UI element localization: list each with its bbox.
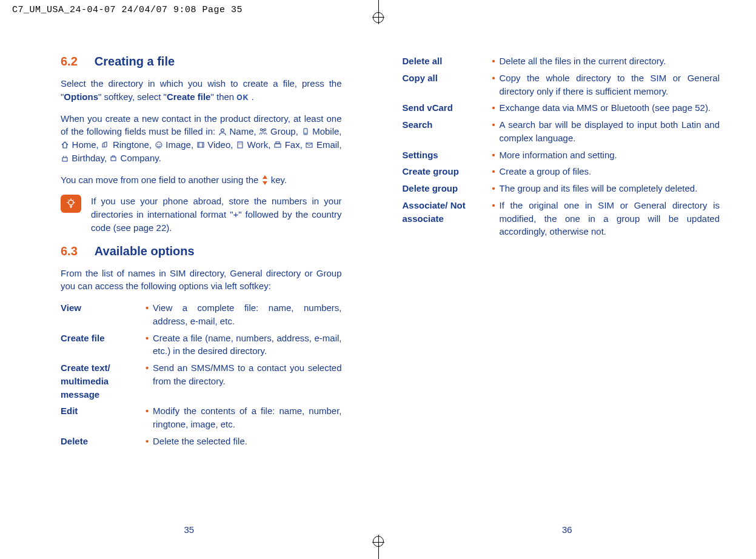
option-row: Search A search bar will be displayed to… — [403, 118, 720, 145]
page-number: 35 — [0, 524, 378, 535]
paragraph-fields: When you create a new contact in the pro… — [61, 112, 342, 165]
option-desc: Modify the contents of a file: name, num… — [146, 404, 342, 431]
section-title: Creating a file — [95, 55, 175, 68]
birthday-icon — [61, 152, 69, 159]
ringtone-icon — [101, 139, 110, 146]
svg-line-30 — [68, 199, 69, 200]
field-name: Image, — [166, 139, 193, 150]
page-36: Delete all Delete all the files in the c… — [378, 49, 757, 529]
ok-key-icon: OK — [236, 93, 249, 102]
option-desc: Create a file (name, numbers, address, e… — [146, 332, 342, 358]
tip-block: If you use your phone abroad, store the … — [61, 195, 342, 234]
option-desc: Delete all the files in the current dire… — [492, 55, 720, 68]
tip-text: If you use your phone abroad, store the … — [91, 195, 342, 234]
email-icon — [305, 139, 313, 146]
option-desc: Create a group of files. — [492, 165, 720, 178]
page-35: 6.2Creating a file Select the directory … — [0, 49, 378, 529]
option-desc: Delete the selected file. — [146, 435, 342, 448]
option-label: Send vCard — [403, 101, 492, 115]
option-row: Delete Delete the selected file. — [61, 435, 342, 448]
home-icon — [61, 139, 69, 146]
option-label: Create group — [403, 165, 492, 178]
option-desc: More information and setting. — [492, 149, 720, 162]
option-label: Create text/ multimedia message — [61, 361, 146, 401]
group-icon — [259, 126, 267, 133]
option-desc: Exchange data via MMS or Bluetooth (see … — [492, 101, 720, 115]
field-name: Company. — [121, 153, 161, 163]
registration-mark-bottom — [366, 535, 390, 559]
option-row: Create group Create a group of files. — [403, 165, 720, 178]
option-label: Delete group — [403, 182, 492, 195]
company-icon — [109, 152, 118, 159]
section-heading-6-2: 6.2Creating a file — [61, 55, 342, 69]
option-desc: Copy the whole directory to the SIM or G… — [492, 72, 720, 98]
crop-mark-info: C7_UM_USA_24-04-07 24/04/07 9:08 Page 35 — [12, 5, 243, 15]
option-row: View View a complete file: name, numbers… — [61, 301, 342, 328]
section-title: Available options — [95, 244, 195, 258]
field-name: Group, — [270, 126, 298, 136]
text-bold: Options — [64, 92, 98, 102]
svg-rect-17 — [275, 144, 281, 147]
text: When you create a new contact in the pro… — [61, 113, 342, 137]
text: " softkey, select " — [98, 92, 167, 102]
field-name: Ringtone, — [113, 139, 152, 150]
field-name: Birthday, — [72, 153, 107, 163]
svg-rect-12 — [238, 142, 243, 148]
svg-point-6 — [156, 142, 162, 148]
text: " then — [210, 92, 236, 102]
field-name: Fax, — [285, 139, 303, 150]
option-label: Search — [403, 118, 492, 145]
svg-rect-23 — [111, 157, 116, 161]
option-row: Associate/ Not associate If the original… — [403, 199, 720, 238]
mobile-icon — [301, 126, 310, 133]
option-row: Settings More information and setting. — [403, 149, 720, 162]
option-row: Delete group The group and its files wil… — [403, 182, 720, 195]
field-name: Mobile, — [312, 126, 341, 136]
option-row: Edit Modify the contents of a file: name… — [61, 404, 342, 431]
field-name: Video, — [207, 139, 233, 150]
option-label: Delete — [61, 435, 146, 448]
section-number: 6.2 — [61, 55, 78, 68]
nav-key-icon — [261, 175, 269, 185]
field-name: Work, — [247, 139, 271, 150]
svg-point-8 — [159, 144, 161, 145]
paragraph-create-file: Select the directory in which you wish t… — [61, 77, 342, 104]
person-icon — [218, 126, 227, 133]
option-desc: View a complete file: name, numbers, add… — [146, 301, 342, 328]
page-spread: 6.2Creating a file Select the directory … — [0, 49, 756, 529]
lightbulb-icon — [61, 195, 81, 213]
field-name: Name, — [229, 126, 256, 136]
text: You can move from one field to another u… — [61, 175, 261, 185]
paragraph-options-intro: From the list of names in SIM directory,… — [61, 267, 342, 293]
registration-mark-top — [366, 0, 390, 24]
option-desc: If the original one in SIM or General di… — [492, 199, 720, 238]
field-name: Email, — [316, 139, 342, 150]
svg-point-24 — [69, 200, 73, 205]
option-label: Delete all — [403, 55, 492, 68]
option-desc: Send an SMS/MMS to a contact you selecte… — [146, 361, 342, 401]
option-row: Copy all Copy the whole directory to the… — [403, 72, 720, 98]
option-label: Associate/ Not associate — [403, 199, 492, 238]
svg-rect-18 — [276, 142, 279, 144]
option-desc: The group and its files will be complete… — [492, 182, 720, 195]
paragraph-navigate: You can move from one field to another u… — [61, 173, 342, 187]
video-icon — [196, 139, 205, 146]
section-number: 6.3 — [61, 244, 78, 258]
fax-icon — [273, 139, 282, 146]
option-label: Copy all — [403, 72, 492, 98]
option-row: Send vCard Exchange data via MMS or Blue… — [403, 101, 720, 115]
section-heading-6-3: 6.3Available options — [61, 244, 342, 258]
page-number: 36 — [378, 524, 757, 535]
svg-line-31 — [73, 199, 74, 200]
option-label: Create file — [61, 332, 146, 358]
svg-point-0 — [221, 129, 224, 132]
option-row: Create text/ multimedia message Send an … — [61, 361, 342, 401]
option-label: Settings — [403, 149, 492, 162]
option-label: View — [61, 301, 146, 328]
option-row: Delete all Delete all the files in the c… — [403, 55, 720, 68]
image-icon — [155, 139, 163, 146]
option-desc: A search bar will be displayed to input … — [492, 118, 720, 145]
svg-rect-20 — [62, 158, 67, 161]
text: key. — [269, 175, 287, 185]
svg-point-7 — [157, 144, 158, 145]
